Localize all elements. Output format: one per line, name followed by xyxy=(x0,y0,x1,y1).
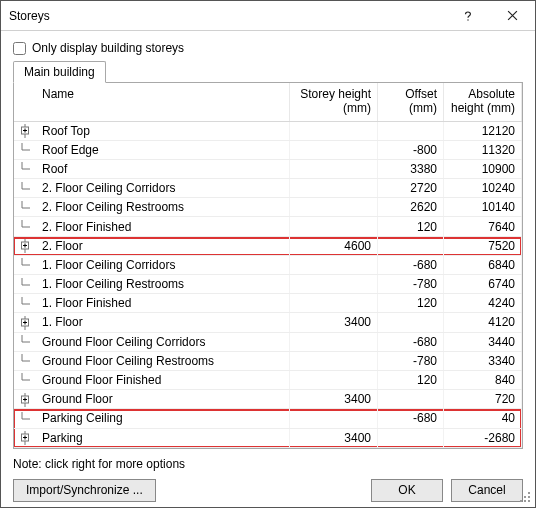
table-row[interactable]: 2. Floor46007520 xyxy=(14,236,522,255)
ok-button[interactable]: OK xyxy=(371,479,443,502)
tab-main-building[interactable]: Main building xyxy=(13,61,106,83)
table-row[interactable]: 2. Floor Ceiling Corridors272010240 xyxy=(14,179,522,198)
cell-storey-height xyxy=(290,198,378,217)
tree-expand-icon[interactable] xyxy=(14,428,36,447)
resize-grip-icon[interactable] xyxy=(520,492,532,504)
cell-storey-height xyxy=(290,217,378,236)
header-abs-height[interactable]: Absolute height (mm) xyxy=(444,83,522,121)
cell-abs-height: 7520 xyxy=(444,236,522,255)
storey-table-container: Name Storey height (mm) Offset (mm) Abso… xyxy=(13,83,523,449)
cell-abs-height: 12120 xyxy=(444,121,522,140)
table-row[interactable]: 1. Floor Ceiling Corridors-6806840 xyxy=(14,255,522,274)
table-row[interactable]: 1. Floor34004120 xyxy=(14,313,522,332)
table-row[interactable]: Ground Floor Ceiling Corridors-6803440 xyxy=(14,332,522,351)
tree-expand-icon xyxy=(14,275,36,294)
cell-name: Ground Floor Ceiling Restrooms xyxy=(36,351,290,370)
cell-offset: -780 xyxy=(378,275,444,294)
header-storey-height[interactable]: Storey height (mm) xyxy=(290,83,378,121)
cell-offset: 120 xyxy=(378,370,444,389)
header-name[interactable]: Name xyxy=(36,83,290,121)
tree-expand-icon xyxy=(14,409,36,428)
table-row[interactable]: Ground Floor3400720 xyxy=(14,390,522,409)
cell-abs-height: 6840 xyxy=(444,255,522,274)
cell-offset: -680 xyxy=(378,332,444,351)
cell-abs-height: 3440 xyxy=(444,332,522,351)
cell-storey-height: 4600 xyxy=(290,236,378,255)
titlebar: Storeys xyxy=(1,1,535,31)
table-row[interactable]: Roof338010900 xyxy=(14,159,522,178)
table-row[interactable]: Parking3400-2680 xyxy=(14,428,522,447)
cell-name: Ground Floor xyxy=(36,390,290,409)
table-row[interactable]: 2. Floor Finished1207640 xyxy=(14,217,522,236)
tree-expand-icon xyxy=(14,198,36,217)
cell-abs-height: -2680 xyxy=(444,428,522,447)
help-button[interactable] xyxy=(445,1,490,31)
cell-storey-height xyxy=(290,179,378,198)
only-display-checkbox[interactable]: Only display building storeys xyxy=(13,41,523,55)
svg-point-0 xyxy=(467,19,468,20)
cell-storey-height xyxy=(290,140,378,159)
cell-name: Ground Floor Ceiling Corridors xyxy=(36,332,290,351)
tree-expand-icon xyxy=(14,351,36,370)
only-display-checkbox-input[interactable] xyxy=(13,42,26,55)
svg-rect-55 xyxy=(528,500,530,502)
cell-offset: 120 xyxy=(378,294,444,313)
table-row[interactable]: Ground Floor Finished120840 xyxy=(14,370,522,389)
cell-name: 2. Floor Ceiling Corridors xyxy=(36,179,290,198)
dialog-footer: Import/Synchronize ... OK Cancel xyxy=(1,475,535,508)
table-row[interactable]: 1. Floor Ceiling Restrooms-7806740 xyxy=(14,275,522,294)
svg-rect-51 xyxy=(524,496,526,498)
cell-offset: 2620 xyxy=(378,198,444,217)
cell-name: Roof Top xyxy=(36,121,290,140)
cell-offset xyxy=(378,390,444,409)
import-button[interactable]: Import/Synchronize ... xyxy=(13,479,156,502)
cell-offset: -800 xyxy=(378,140,444,159)
cell-abs-height: 10240 xyxy=(444,179,522,198)
cell-abs-height: 10900 xyxy=(444,159,522,178)
cell-storey-height xyxy=(290,409,378,428)
tree-expand-icon[interactable] xyxy=(14,313,36,332)
cell-name: 1. Floor xyxy=(36,313,290,332)
tree-expand-icon[interactable] xyxy=(14,236,36,255)
svg-rect-50 xyxy=(528,492,530,494)
cell-storey-height xyxy=(290,159,378,178)
cell-name: 2. Floor Ceiling Restrooms xyxy=(36,198,290,217)
table-row[interactable]: Parking Ceiling-68040 xyxy=(14,409,522,428)
tree-expand-icon xyxy=(14,140,36,159)
cell-name: 2. Floor xyxy=(36,236,290,255)
cell-abs-height: 11320 xyxy=(444,140,522,159)
tree-expand-icon[interactable] xyxy=(14,121,36,140)
cancel-button[interactable]: Cancel xyxy=(451,479,523,502)
cell-storey-height xyxy=(290,275,378,294)
cell-storey-height: 3400 xyxy=(290,390,378,409)
cell-name: Roof Edge xyxy=(36,140,290,159)
cell-storey-height xyxy=(290,121,378,140)
tab-strip: Main building xyxy=(13,61,523,83)
cell-storey-height xyxy=(290,332,378,351)
cell-storey-height xyxy=(290,255,378,274)
tree-expand-icon xyxy=(14,179,36,198)
tree-expand-icon xyxy=(14,370,36,389)
table-row[interactable]: Roof Top12120 xyxy=(14,121,522,140)
cell-offset xyxy=(378,121,444,140)
header-offset[interactable]: Offset (mm) xyxy=(378,83,444,121)
table-row[interactable]: 1. Floor Finished1204240 xyxy=(14,294,522,313)
cell-offset: -680 xyxy=(378,409,444,428)
cell-abs-height: 720 xyxy=(444,390,522,409)
cell-storey-height xyxy=(290,370,378,389)
window-title: Storeys xyxy=(9,9,445,23)
tree-expand-icon[interactable] xyxy=(14,390,36,409)
cell-storey-height xyxy=(290,351,378,370)
close-button[interactable] xyxy=(490,1,535,31)
dialog-content: Only display building storeys Main build… xyxy=(1,31,535,449)
cell-name: Parking Ceiling xyxy=(36,409,290,428)
table-row[interactable]: 2. Floor Ceiling Restrooms262010140 xyxy=(14,198,522,217)
table-row[interactable]: Ground Floor Ceiling Restrooms-7803340 xyxy=(14,351,522,370)
table-body: Roof Top12120Roof Edge-80011320Roof33801… xyxy=(14,121,522,447)
cell-offset: -680 xyxy=(378,255,444,274)
cell-name: 1. Floor Finished xyxy=(36,294,290,313)
cell-abs-height: 3340 xyxy=(444,351,522,370)
table-row[interactable]: Roof Edge-80011320 xyxy=(14,140,522,159)
cell-abs-height: 4240 xyxy=(444,294,522,313)
only-display-label: Only display building storeys xyxy=(32,41,184,55)
